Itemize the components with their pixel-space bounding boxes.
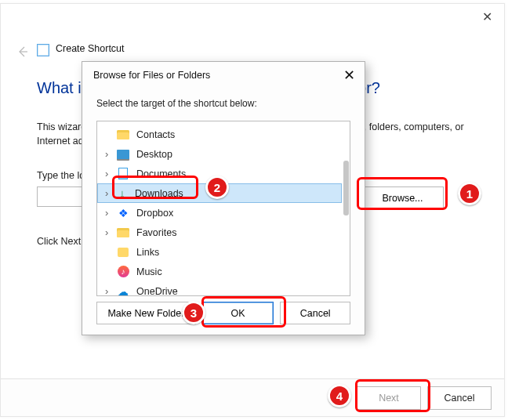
tree-item-contacts[interactable]: Contacts bbox=[97, 125, 342, 144]
tree-item-label: Links bbox=[136, 247, 159, 258]
tree-item-music[interactable]: ♪ Music bbox=[97, 262, 342, 281]
dropbox-icon: ❖ bbox=[116, 207, 130, 219]
tree-item-desktop[interactable]: Desktop bbox=[97, 144, 342, 164]
folder-tree-inner: Contacts Desktop Documents ↓ Downloads ❖… bbox=[97, 121, 342, 295]
window-close-button[interactable]: ✕ bbox=[476, 7, 498, 26]
tree-item-label: Desktop bbox=[136, 149, 172, 160]
tree-item-label: Downloads bbox=[135, 188, 183, 199]
tree-item-label: Music bbox=[136, 266, 162, 277]
dialog-title: Browse for Files or Folders bbox=[93, 70, 210, 81]
tree-item-onedrive[interactable]: ☁ OneDrive bbox=[97, 281, 342, 296]
make-new-folder-button[interactable]: Make New Folder bbox=[96, 302, 196, 324]
footer: Next Cancel bbox=[1, 378, 504, 416]
music-icon: ♪ bbox=[116, 266, 130, 278]
window-title: Create Shortcut bbox=[56, 43, 125, 54]
next-button[interactable]: Next bbox=[357, 386, 421, 410]
download-icon: ↓ bbox=[116, 187, 129, 200]
onedrive-icon: ☁ bbox=[116, 285, 130, 297]
close-icon: ✕ bbox=[482, 9, 492, 24]
folder-tree[interactable]: Contacts Desktop Documents ↓ Downloads ❖… bbox=[96, 121, 350, 296]
scrollbar-thumb[interactable] bbox=[343, 161, 349, 215]
tree-item-favorites[interactable]: Favorites bbox=[97, 223, 342, 242]
tree-item-links[interactable]: Links bbox=[97, 242, 342, 262]
cancel-button[interactable]: Cancel bbox=[427, 386, 492, 410]
document-icon bbox=[116, 168, 130, 180]
dialog-buttons: Make New Folder OK Cancel bbox=[96, 302, 350, 325]
cancel-dialog-button[interactable]: Cancel bbox=[280, 302, 350, 324]
back-button[interactable] bbox=[15, 45, 29, 61]
folder-icon bbox=[116, 246, 130, 259]
dialog-instruction: Select the target of the shortcut below: bbox=[96, 98, 257, 109]
folder-icon bbox=[116, 129, 130, 141]
browse-dialog: Browse for Files or Folders ✕ Select the… bbox=[82, 61, 365, 335]
tree-item-label: Documents bbox=[136, 168, 186, 179]
tree-item-documents[interactable]: Documents bbox=[97, 164, 342, 183]
tree-item-label: Contacts bbox=[136, 129, 175, 140]
shortcut-icon bbox=[37, 44, 49, 56]
tree-item-dropbox[interactable]: ❖ Dropbox bbox=[97, 203, 342, 223]
tree-item-downloads[interactable]: ↓ Downloads bbox=[97, 183, 342, 203]
tree-item-label: OneDrive bbox=[136, 286, 178, 297]
tree-item-label: Favorites bbox=[136, 227, 176, 238]
dialog-close-button[interactable]: ✕ bbox=[339, 67, 358, 84]
arrow-left-icon bbox=[15, 45, 29, 59]
ok-button[interactable]: OK bbox=[202, 302, 274, 324]
tree-item-label: Dropbox bbox=[136, 208, 173, 219]
desktop-icon bbox=[116, 148, 130, 161]
close-icon: ✕ bbox=[343, 67, 355, 84]
folder-icon bbox=[116, 226, 130, 239]
browse-button[interactable]: Browse... bbox=[361, 186, 444, 209]
